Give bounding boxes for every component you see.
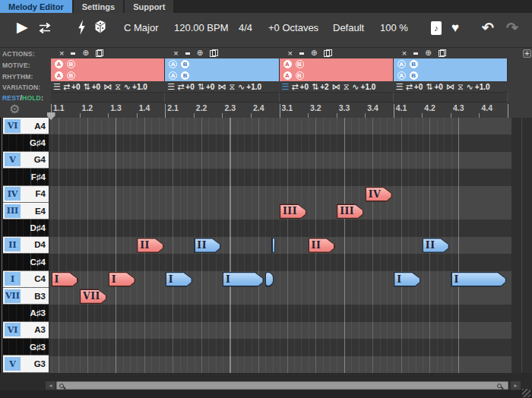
- variation-transpose-icon[interactable]: ⇅: [426, 83, 432, 91]
- insert-bar-icon[interactable]: ⊕: [197, 49, 203, 57]
- insert-bar-icon[interactable]: ⊕: [311, 49, 317, 57]
- piano-key-C4[interactable]: IC4: [3, 271, 49, 288]
- motive-option-A[interactable]: A: [283, 60, 292, 68]
- collapse-bar-icon[interactable]: [185, 52, 190, 55]
- motive-bar[interactable]: AB: [165, 58, 279, 70]
- rhythm-option-B[interactable]: B: [67, 71, 75, 80]
- horizontal-zoom-scrollbar[interactable]: ◂ ▸: [0, 381, 532, 390]
- rhythm-option-A[interactable]: A: [55, 71, 63, 80]
- rhythm-bar[interactable]: AB: [165, 70, 279, 81]
- zoom-right-handle-icon[interactable]: [497, 384, 502, 388]
- piano-key-F♯4[interactable]: F♯4: [3, 169, 49, 185]
- variation-contour-icon[interactable]: ∿: [238, 83, 245, 91]
- variation-contour-icon[interactable]: ∿: [124, 83, 131, 91]
- variation-order-icon[interactable]: ☰: [282, 83, 289, 91]
- velocity-display[interactable]: 100 %: [380, 22, 408, 33]
- note[interactable]: II: [309, 238, 335, 253]
- note[interactable]: II: [194, 238, 220, 253]
- add-bar-button[interactable]: +: [523, 49, 531, 58]
- delete-bar-icon[interactable]: ×: [402, 49, 407, 57]
- scroll-right-button[interactable]: ▸: [511, 381, 521, 390]
- key-signature-selector[interactable]: C Major: [124, 22, 159, 33]
- tab-support[interactable]: Support: [125, 0, 173, 13]
- variation-order-icon[interactable]: ☰: [167, 83, 174, 91]
- insert-bar-icon[interactable]: ⊕: [425, 49, 431, 57]
- gear-icon[interactable]: ⚙: [9, 102, 20, 116]
- variation-randomize-icon[interactable]: ⧖: [115, 83, 121, 91]
- collapse-bar-icon[interactable]: [413, 52, 418, 55]
- note[interactable]: [271, 238, 275, 253]
- piano-key-C♯4[interactable]: C♯4: [3, 254, 49, 270]
- tab-settings[interactable]: Settings: [74, 0, 123, 13]
- redo-button[interactable]: ↷: [506, 19, 518, 36]
- variation-contour-value[interactable]: +1.0: [246, 83, 261, 91]
- piano-key-G♯3[interactable]: G♯3: [3, 339, 49, 355]
- variation-order-icon[interactable]: ☰: [396, 83, 403, 91]
- variation-reverse-icon[interactable]: ⇄: [406, 83, 413, 91]
- rhythm-option-A[interactable]: A: [397, 71, 406, 80]
- variation-shuffle-icon[interactable]: ⋈: [332, 83, 340, 91]
- loop-icon[interactable]: [36, 22, 53, 37]
- lightning-bolt-icon[interactable]: [77, 20, 87, 35]
- variation-contour-value[interactable]: +1.0: [132, 83, 147, 91]
- note[interactable]: II: [137, 238, 163, 253]
- piano-key-G3[interactable]: VG3: [3, 355, 49, 372]
- piano-key-G♯4[interactable]: G♯4: [3, 134, 49, 151]
- resize-grip-icon[interactable]: [522, 389, 530, 397]
- note[interactable]: I: [223, 272, 264, 287]
- variation-shuffle-icon[interactable]: ⋈: [103, 83, 112, 91]
- variation-shuffle-icon[interactable]: ⋈: [446, 83, 454, 91]
- tempo-display[interactable]: 120.00 BPM: [174, 22, 229, 33]
- variation-randomize-icon[interactable]: ⧖: [344, 83, 350, 91]
- motive-bar[interactable]: AB: [51, 58, 165, 70]
- copy-bar-icon[interactable]: [324, 49, 331, 57]
- time-signature-selector[interactable]: 4/4: [239, 22, 252, 33]
- motive-option-B[interactable]: B: [181, 60, 189, 68]
- motive-option-B[interactable]: B: [296, 60, 304, 68]
- rhythm-option-B[interactable]: B: [296, 71, 304, 80]
- motive-option-B[interactable]: B: [67, 60, 75, 68]
- delete-bar-icon[interactable]: ×: [173, 49, 178, 57]
- variation-transpose-value[interactable]: +0: [92, 83, 100, 91]
- variation-transpose-value[interactable]: +2: [320, 83, 328, 91]
- scrollbar-thumb[interactable]: [56, 381, 508, 390]
- piano-key-A4[interactable]: VIA4: [3, 118, 49, 134]
- collapse-bar-icon[interactable]: [71, 52, 75, 55]
- copy-bar-icon[interactable]: [210, 49, 217, 57]
- variation-reverse-value[interactable]: +0: [71, 83, 80, 91]
- variation-transpose-icon[interactable]: ⇅: [198, 83, 204, 91]
- variation-reverse-value[interactable]: +0: [185, 83, 194, 91]
- variation-contour-icon[interactable]: ∿: [352, 83, 359, 91]
- delete-bar-icon[interactable]: ×: [288, 49, 293, 57]
- motive-option-B[interactable]: B: [410, 60, 418, 68]
- piano-key-B3[interactable]: VIIB3: [3, 288, 49, 305]
- scroll-left-button[interactable]: ◂: [46, 381, 55, 390]
- tab-melody-editor[interactable]: Melody Editor: [0, 0, 72, 13]
- motive-bar[interactable]: AB: [394, 58, 508, 70]
- variation-randomize-icon[interactable]: ⧖: [458, 83, 464, 91]
- piano-key-A♯3[interactable]: A♯3: [3, 305, 49, 321]
- variation-contour-value[interactable]: +1.0: [361, 83, 376, 91]
- collapse-bar-icon[interactable]: [299, 52, 304, 55]
- rhythm-option-B[interactable]: B: [410, 71, 418, 80]
- rest-hold-cell[interactable]: [394, 92, 508, 103]
- zoom-left-handle-icon[interactable]: [59, 384, 64, 388]
- variation-reverse-icon[interactable]: ⇄: [177, 83, 184, 91]
- variation-reverse-icon[interactable]: ⇄: [291, 83, 298, 91]
- rhythm-bar[interactable]: AB: [51, 70, 165, 81]
- variation-transpose-icon[interactable]: ⇅: [84, 83, 90, 91]
- note[interactable]: I: [394, 272, 420, 287]
- note[interactable]: I: [109, 272, 135, 287]
- rhythm-option-A[interactable]: A: [169, 71, 177, 80]
- variation-reverse-value[interactable]: +0: [414, 83, 423, 91]
- note[interactable]: III: [280, 204, 306, 219]
- variation-reverse-icon[interactable]: ⇄: [63, 83, 70, 91]
- note[interactable]: I: [52, 272, 78, 287]
- note[interactable]: I: [451, 272, 506, 287]
- timeline-ruler[interactable]: ⚙ 1.11.21.31.42.12.22.32.43.13.23.33.44.…: [0, 103, 532, 118]
- insert-bar-icon[interactable]: ⊕: [82, 49, 88, 57]
- undo-button[interactable]: ↶: [482, 19, 494, 36]
- piano-key-A3[interactable]: VIA3: [3, 322, 49, 339]
- rest-hold-cell[interactable]: [165, 92, 279, 103]
- copy-bar-icon[interactable]: [96, 49, 103, 57]
